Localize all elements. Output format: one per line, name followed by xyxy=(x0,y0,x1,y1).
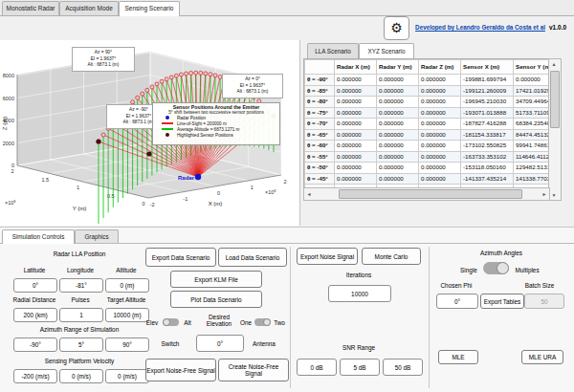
table-cell[interactable]: 0.000000 xyxy=(335,129,377,141)
row-header[interactable]: θ = -90° xyxy=(305,75,335,86)
table-cell[interactable]: -141337.435214 xyxy=(461,173,514,185)
settings-button[interactable]: ⚙ xyxy=(384,16,409,40)
table-cell[interactable]: 129482.513153 xyxy=(514,163,551,174)
table-cell[interactable]: -199121.260009 xyxy=(461,85,514,97)
table-vertical-scrollbar[interactable]: ▲ ▼ xyxy=(548,58,562,201)
row-header[interactable]: θ = -60° xyxy=(305,141,335,152)
table-cell[interactable]: 84474.451320 xyxy=(514,129,551,141)
scroll-left-icon[interactable]: ◄ xyxy=(305,189,313,199)
altitude-field[interactable]: 0 (m) xyxy=(105,278,149,293)
table-cell[interactable]: -199881.699794 xyxy=(461,75,514,86)
row-header[interactable]: θ = -70° xyxy=(305,119,335,130)
table-cell[interactable]: 0.000000 xyxy=(377,97,419,108)
column-header[interactable] xyxy=(305,60,335,75)
tab-xyz-scenario[interactable]: XYZ Scenario xyxy=(359,43,414,58)
table-cell[interactable]: 0.000000 xyxy=(335,119,377,130)
latitude-field[interactable]: 0° xyxy=(13,278,57,293)
table-row[interactable]: θ = -90°0.0000000.0000000.000000-199881.… xyxy=(305,75,551,86)
column-header[interactable]: Radar Z (m) xyxy=(419,60,461,75)
table-cell[interactable]: 0.000000 xyxy=(377,151,419,163)
table-cell[interactable]: 0.000000 xyxy=(419,173,461,185)
table-row[interactable]: θ = -65°0.0000000.0000000.000000-181154.… xyxy=(305,129,551,141)
table-cell[interactable]: 0.000000 xyxy=(377,119,419,130)
export-data-scenario-button[interactable]: Export Data Scenario xyxy=(145,248,216,267)
row-header[interactable]: θ = -50° xyxy=(305,163,335,174)
table-cell[interactable]: 0.000000 xyxy=(335,151,377,163)
table-cell[interactable]: 0.000000 xyxy=(335,85,377,97)
tab-simulation-controls[interactable]: Simulation Controls xyxy=(2,229,75,244)
table-cell[interactable]: 0.000000 xyxy=(419,75,461,86)
tab-monostatic-radar[interactable]: Monostatic Radar xyxy=(2,1,59,15)
tab-acquisition-mode[interactable]: Acquisition Mode xyxy=(59,1,119,15)
chosen-phi-field[interactable]: 0° xyxy=(436,294,478,309)
azimuth-min-field[interactable]: -90° xyxy=(13,338,57,352)
tab-graphics[interactable]: Graphics xyxy=(75,229,119,244)
row-header[interactable]: θ = -85° xyxy=(305,85,335,97)
table-cell[interactable]: 17421.019291 xyxy=(514,85,551,97)
table-cell[interactable]: 0.000000 xyxy=(335,107,377,119)
table-cell[interactable]: 0.000000 xyxy=(335,163,377,174)
table-cell[interactable]: 34709.449641 xyxy=(514,97,551,108)
snr-min-field[interactable]: 0 dB xyxy=(297,359,337,376)
table-cell[interactable]: 0.000000 xyxy=(377,129,419,141)
tab-sensing-scenario[interactable]: Sensing Scenario xyxy=(119,1,180,16)
load-data-scenario-button[interactable]: Load Data Scenario xyxy=(218,248,287,267)
monte-carlo-button[interactable]: Monte Carlo xyxy=(362,248,421,265)
table-row[interactable]: θ = -50°0.0000000.0000000.000000-153118.… xyxy=(305,163,551,174)
table-row[interactable]: θ = -45°0.0000000.0000000.000000-141337.… xyxy=(305,173,551,185)
row-header[interactable]: θ = -55° xyxy=(305,151,335,163)
velocity-z-field[interactable]: 0 (m/s) xyxy=(105,369,149,383)
radial-distance-field[interactable]: 200 (km) xyxy=(13,308,57,322)
scroll-right-icon[interactable]: ► xyxy=(541,189,548,199)
table-cell[interactable]: 0.000000 xyxy=(335,75,377,86)
export-tables-button[interactable]: Export Tables xyxy=(480,294,524,309)
table-horizontal-scrollbar[interactable]: ◄ ► xyxy=(303,187,550,201)
table-row[interactable]: θ = -55°0.0000000.0000000.000000-163733.… xyxy=(305,151,551,163)
table-cell[interactable]: -173102.550825 xyxy=(461,141,514,152)
table-cell[interactable]: -153118.050160 xyxy=(461,163,514,174)
table-cell[interactable]: 68384.235404 xyxy=(514,119,551,130)
table-row[interactable]: θ = -60°0.0000000.0000000.000000-173102.… xyxy=(305,141,551,152)
column-header[interactable]: Radar X (m) xyxy=(335,60,377,75)
mle-ura-button[interactable]: MLE URA xyxy=(521,350,563,364)
export-noise-signal-button[interactable]: Export Noise Signal xyxy=(297,248,358,265)
table-cell[interactable]: 0.000000 xyxy=(419,163,461,174)
scroll-up-icon[interactable]: ▲ xyxy=(549,59,559,69)
azimuth-max-field[interactable]: 90° xyxy=(105,338,149,352)
tab-lla-scenario[interactable]: LLA Scenario xyxy=(307,43,359,58)
table-cell[interactable]: 0.000000 xyxy=(419,119,461,130)
velocity-x-field[interactable]: -200 (m/s) xyxy=(13,369,57,383)
table-row[interactable]: θ = -85°0.0000000.0000000.000000-199121.… xyxy=(305,85,551,97)
table-row[interactable]: θ = -80°0.0000000.0000000.000000-196945.… xyxy=(305,97,551,108)
table-cell[interactable]: 0.000000 xyxy=(419,151,461,163)
table-cell[interactable]: 0.000000 xyxy=(419,97,461,108)
mle-button[interactable]: MLE xyxy=(438,350,478,364)
table-row[interactable]: θ = -70°0.0000000.0000000.000000-187827.… xyxy=(305,119,551,130)
desired-elevation-field[interactable]: 0° xyxy=(196,335,244,352)
v-scroll-thumb[interactable] xyxy=(550,71,560,128)
elev-alt-switch[interactable] xyxy=(163,318,179,326)
table-cell[interactable]: 0.000000 xyxy=(377,85,419,97)
export-noise-free-signal-button[interactable]: Export Noise-Free Signal xyxy=(145,359,216,381)
table-cell[interactable]: 0.000000 xyxy=(335,173,377,185)
table-cell[interactable]: 0.000000 xyxy=(377,163,419,174)
column-header[interactable]: Sensor X (m) xyxy=(461,60,514,75)
table-cell[interactable]: -187827.416288 xyxy=(461,119,514,130)
snr-step-field[interactable]: 5 dB xyxy=(340,359,380,376)
velocity-y-field[interactable]: 0 (m/s) xyxy=(59,369,103,383)
table-cell[interactable]: 51733.711099 xyxy=(514,107,551,119)
longitude-field[interactable]: -81° xyxy=(59,278,103,293)
table-cell[interactable]: -196945.210030 xyxy=(461,97,514,108)
table-cell[interactable]: -163733.353102 xyxy=(461,151,514,163)
table-cell[interactable]: 0.000000 xyxy=(514,75,551,86)
snr-max-field[interactable]: 50 dB xyxy=(383,359,423,376)
credit-link[interactable]: Developed by Leandro Geraldo da Costa et… xyxy=(413,24,547,31)
table-cell[interactable]: -193071.013888 xyxy=(461,107,514,119)
table-row[interactable]: θ = -75°0.0000000.0000000.000000-193071.… xyxy=(305,107,551,119)
table-cell[interactable]: 0.000000 xyxy=(377,173,419,185)
row-header[interactable]: θ = -75° xyxy=(305,107,335,119)
row-header[interactable]: θ = -80° xyxy=(305,97,335,108)
table-cell[interactable]: -181154.333817 xyxy=(461,129,514,141)
create-noise-free-signal-button[interactable]: Create Noise-Free Signal xyxy=(218,359,289,381)
plot-data-scenario-button[interactable]: Plot Data Scenario xyxy=(170,291,262,308)
